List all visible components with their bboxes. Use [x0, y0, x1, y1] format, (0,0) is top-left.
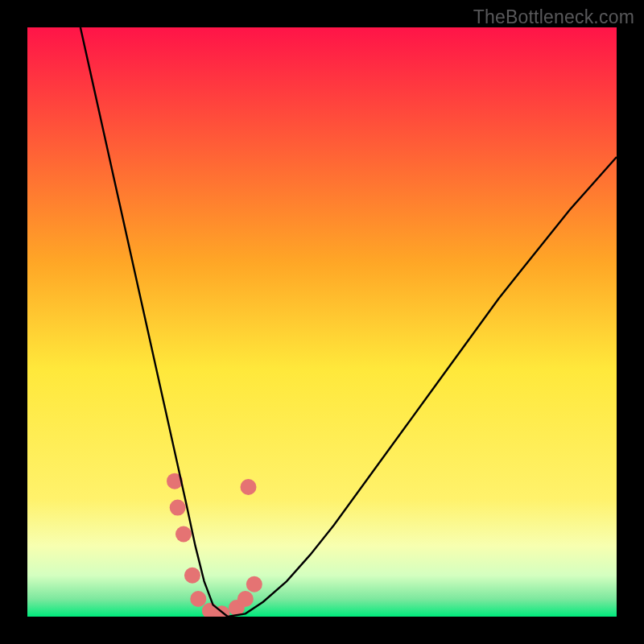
data-marker: [184, 568, 200, 584]
data-marker: [170, 500, 186, 516]
watermark: TheBottleneck.com: [473, 6, 634, 28]
data-marker: [246, 576, 262, 592]
gradient-background: [27, 27, 617, 617]
data-marker: [237, 591, 254, 607]
data-marker: [190, 591, 206, 607]
plot-area: [27, 27, 617, 617]
data-marker: [241, 479, 257, 495]
data-marker: [175, 526, 192, 543]
chart-svg: [27, 27, 617, 617]
